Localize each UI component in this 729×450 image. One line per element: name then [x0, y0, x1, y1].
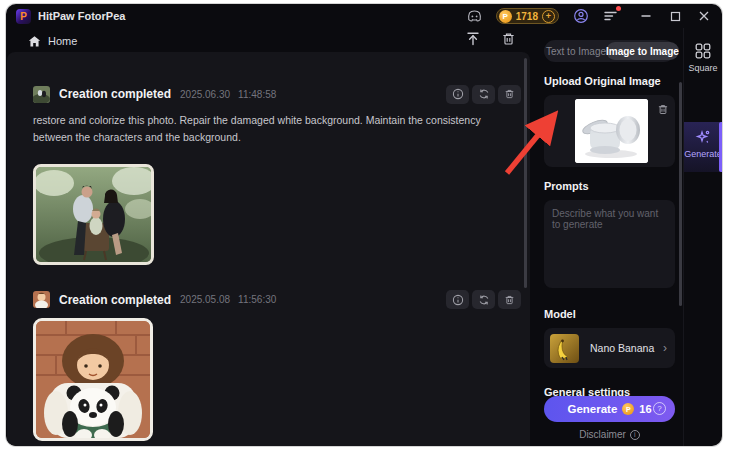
entry-status: Creation completed	[59, 87, 171, 101]
remove-image-button[interactable]	[657, 102, 669, 120]
main-scrollbar[interactable]	[524, 58, 527, 288]
upload-icon	[465, 31, 481, 47]
delete-all-button[interactable]	[501, 31, 516, 51]
model-thumbnail	[550, 334, 579, 363]
entry-timestamp: 2025.05.08 11:56:30	[180, 294, 276, 305]
export-button[interactable]	[465, 31, 481, 51]
close-button[interactable]	[696, 8, 712, 24]
info-icon: i	[630, 430, 640, 440]
prompts-title: Prompts	[544, 180, 675, 192]
delete-button[interactable]	[498, 290, 521, 309]
disclaimer-link[interactable]: Disclaimer i	[536, 429, 683, 440]
generate-button[interactable]: Generate P 16 ?	[544, 396, 675, 422]
home-icon	[28, 35, 41, 48]
titlebar: P HitPaw FotorPea P 1718 +	[6, 4, 722, 28]
menu-icon[interactable]	[602, 8, 619, 25]
entry-avatar	[33, 291, 50, 308]
tab-text-to-image[interactable]: Text to Image	[546, 42, 606, 60]
history-entry: Creation completed 2025.05.08 11:56:30	[7, 290, 530, 441]
notification-dot	[616, 6, 621, 11]
history-panel: Creation completed 2025.06.30 11:48:58	[7, 52, 530, 446]
prompt-textarea[interactable]	[544, 200, 675, 288]
rail-item-generate[interactable]: Generate	[684, 122, 722, 172]
credits-count: 1718	[516, 11, 538, 22]
rail-item-square[interactable]: Square	[684, 36, 722, 82]
help-icon[interactable]: ?	[653, 402, 666, 415]
coin-icon: P	[499, 10, 512, 23]
tab-image-to-image[interactable]: Image to Image	[606, 42, 679, 60]
add-credits-button[interactable]: +	[542, 10, 555, 23]
entry-timestamp: 2025.06.30 11:48:58	[180, 89, 276, 100]
window-title: HitPaw FotorPea	[38, 10, 125, 22]
active-indicator	[719, 122, 722, 172]
chevron-right-icon: ›	[663, 341, 667, 355]
regenerate-button[interactable]	[472, 85, 495, 104]
regenerate-button[interactable]	[472, 290, 495, 309]
nav-home[interactable]: Home	[28, 35, 77, 48]
model-name: Nano Banana	[590, 342, 654, 354]
feature-rail: Square Generate	[683, 28, 722, 446]
model-selector[interactable]: Nano Banana ›	[544, 328, 675, 368]
upload-section-title: Upload Original Image	[544, 75, 675, 87]
entry-status: Creation completed	[59, 293, 171, 307]
mode-tabs: Text to Image Image to Image	[544, 40, 675, 62]
squares-grid-icon	[695, 43, 711, 59]
sparkles-icon	[695, 129, 711, 145]
model-title: Model	[544, 308, 675, 320]
maximize-button[interactable]	[667, 8, 683, 24]
delete-button[interactable]	[498, 85, 521, 104]
generation-sidebar: Text to Image Image to Image Upload Orig…	[536, 28, 683, 446]
home-bar: Home	[6, 28, 530, 54]
app-window: P HitPaw FotorPea P 1718 +	[6, 4, 722, 446]
panel-scrollbar[interactable]	[679, 82, 682, 306]
info-button[interactable]	[446, 290, 469, 309]
upload-preview	[544, 95, 675, 167]
history-entry: Creation completed 2025.06.30 11:48:58	[7, 84, 530, 265]
discord-icon[interactable]	[466, 8, 483, 25]
nav-home-label: Home	[48, 35, 77, 47]
coin-icon: P	[622, 403, 634, 415]
app-logo-icon: P	[16, 9, 31, 24]
credits-badge[interactable]: P 1718 +	[496, 8, 559, 24]
entry-avatar	[33, 86, 50, 103]
result-image[interactable]	[33, 164, 154, 265]
trash-icon	[501, 31, 516, 47]
minimize-button[interactable]	[638, 8, 654, 24]
info-button[interactable]	[446, 85, 469, 104]
prompt-input-box	[544, 200, 675, 288]
result-image[interactable]	[33, 318, 153, 441]
entry-prompt: restore and colorize this photo. Repair …	[33, 112, 505, 146]
uploaded-image-thumbnail[interactable]	[575, 99, 648, 163]
account-icon[interactable]	[572, 8, 589, 25]
